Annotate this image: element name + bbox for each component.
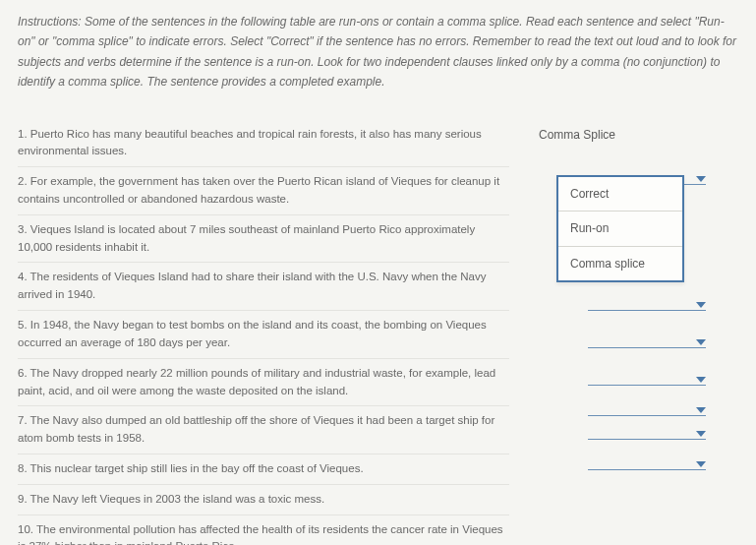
question-row: 10. The environmental pollution has affe… (18, 515, 509, 545)
answer-select-5[interactable] (588, 302, 706, 311)
question-row: 8. This nuclear target ship still lies i… (18, 454, 509, 485)
example-answer: Comma Splice (539, 120, 706, 162)
question-row: 4. The residents of Vieques Island had t… (18, 263, 509, 311)
chevron-down-icon (696, 339, 706, 345)
question-row: 2. For example, the government has taken… (18, 167, 509, 215)
answer-select-8[interactable] (588, 407, 706, 416)
instructions-text: Instructions: Some of the sentences in t… (18, 12, 738, 92)
question-row: 7. The Navy also dumped an old battleshi… (18, 406, 509, 454)
question-row: 6. The Navy dropped nearly 22 million po… (18, 359, 509, 407)
option-correct[interactable]: Correct (558, 177, 682, 212)
question-row: 5. In 1948, the Navy began to test bombs… (18, 311, 509, 359)
question-row: 9. The Navy left Vieques in 2003 the isl… (18, 485, 509, 515)
questions-column: 1. Puerto Rico has many beautiful beache… (18, 120, 509, 545)
option-run-on[interactable]: Run-on (558, 212, 682, 247)
question-row: 3. Vieques Island is located about 7 mil… (18, 215, 509, 264)
answer-select-6[interactable] (588, 339, 706, 348)
chevron-down-icon (696, 176, 706, 182)
content-area: 1. Puerto Rico has many beautiful beache… (18, 120, 738, 545)
chevron-down-icon (696, 461, 706, 467)
answer-select-7[interactable] (588, 377, 706, 386)
answer-dropdown-open[interactable]: Correct Run-on Comma splice (556, 175, 684, 283)
chevron-down-icon (696, 431, 706, 437)
answers-column: Comma Splice Correct Run-on Comma splice (539, 120, 706, 545)
answer-select-10[interactable] (588, 461, 706, 470)
chevron-down-icon (696, 407, 706, 413)
chevron-down-icon (696, 302, 706, 308)
answer-select-9[interactable] (588, 431, 706, 440)
option-comma-splice[interactable]: Comma splice (558, 247, 682, 281)
chevron-down-icon (696, 377, 706, 383)
question-row: 1. Puerto Rico has many beautiful beache… (18, 120, 509, 168)
